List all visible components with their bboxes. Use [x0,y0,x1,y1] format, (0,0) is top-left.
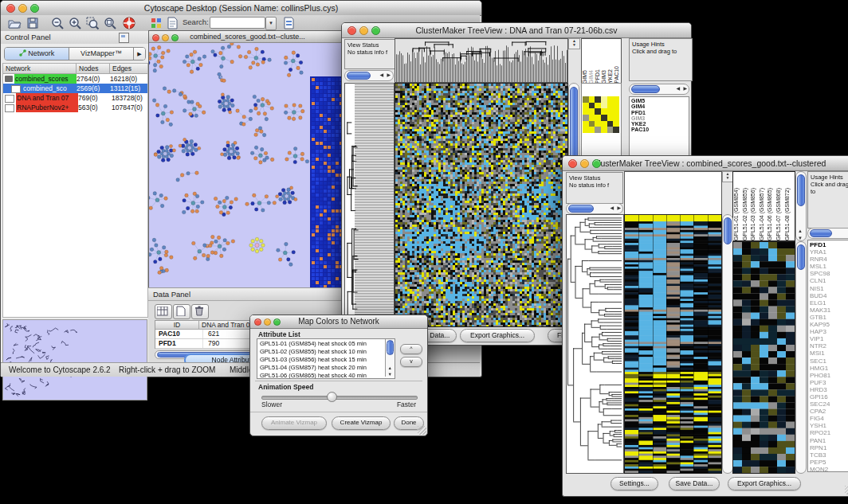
new-attribute-icon[interactable] [173,304,190,319]
column-label[interactable]: GPL51-08 (GSM872) [784,188,793,240]
gene-label[interactable]: PFD1 [810,241,848,248]
treeview1-scroll-corner[interactable]: ▲▼ [568,38,580,49]
scroll-up-icon[interactable]: ▲ [798,229,803,233]
column-label[interactable]: GPL51-01 (GSM854) [733,188,742,240]
tab-overflow-icon[interactable]: ▶ [133,48,145,60]
scroll-right-icon[interactable]: ▶ [387,72,391,77]
column-label[interactable]: YKE2 [607,69,614,84]
treeview2-dendro-hscroll[interactable]: ◀ ▶ [566,203,623,214]
treeview2-vscroll[interactable] [722,214,733,474]
treeview2-collabel-vscroll[interactable]: ▲ ▼ [795,171,807,241]
treeview2-heatmap[interactable] [624,214,722,474]
scroll-right-icon[interactable]: ▶ [683,85,687,91]
network-view-titlebar[interactable]: combined_scores_good.txt--cluste... [149,31,346,43]
treeview2-settings-button[interactable]: Settings... [610,477,658,490]
treeview2-summary-vscroll[interactable] [795,241,807,474]
column-label[interactable]: GPL51-06 (GSM865) [767,188,775,240]
network-canvas[interactable] [149,43,344,288]
resize-grip[interactable] [418,426,426,435]
treeview1-column-dendrogram[interactable] [395,38,568,83]
gene-label[interactable]: NIS1 [810,285,848,292]
close-button[interactable] [568,159,577,168]
gene-label[interactable]: SEC1 [810,357,848,365]
scroll-left-icon[interactable]: ◀ [379,72,383,77]
gene-label[interactable]: RPO21 [810,429,848,436]
main-titlebar[interactable]: Cytoscape Desktop (Session Name: collins… [1,1,481,16]
treeview2-titlebar[interactable]: ClusterMaker TreeView : combined_scores_… [563,156,848,171]
create-vizmap-button[interactable]: Create Vizmap [332,416,391,430]
gene-label[interactable]: MSL1 [810,263,848,270]
zoom-selected-icon[interactable] [85,16,100,30]
tab-vizmapper[interactable]: VizMapper™ [69,48,133,60]
gene-label[interactable]: ELG1 [810,299,848,307]
gene-label[interactable]: HRD3 [810,386,848,393]
scroll-up-icon[interactable]: ▲ [388,365,392,370]
attribute-table-icon[interactable] [155,304,172,319]
gene-label[interactable]: PAN1 [810,437,848,444]
close-button[interactable] [152,34,159,41]
gene-label[interactable]: TCB3 [810,451,848,459]
zoom-button[interactable] [171,34,179,41]
gene-label[interactable]: HMG1 [810,365,848,372]
open-folder-icon[interactable] [7,16,22,30]
gene-label[interactable]: MAK31 [810,307,848,314]
zoom-button[interactable] [592,159,601,168]
col-network[interactable]: Network [3,64,77,74]
gene-label[interactable]: PAC10 [631,127,689,132]
column-label[interactable]: GIM3 [601,70,607,84]
save-icon[interactable] [26,16,40,30]
treeview1-dendro-hscroll[interactable]: ◀ ▶ [344,70,394,81]
scroll-thumb[interactable] [797,244,805,270]
gene-label[interactable]: PFD1 [631,110,689,115]
animation-speed-slider[interactable] [261,396,418,400]
gene-label[interactable]: KAP95 [810,321,848,328]
minimize-button[interactable] [359,26,368,35]
treeview2-column-dendrogram[interactable] [624,171,722,215]
attribute-list-item[interactable]: GPL51-03 (GSM856) heat shock 15 min [260,356,395,364]
gene-label[interactable]: GIM5 [631,98,689,104]
gene-label[interactable]: CLN1 [810,277,848,284]
column-label[interactable]: GIM5 [582,70,588,84]
index-icon[interactable] [281,16,296,30]
gene-label[interactable]: HAP3 [810,328,848,335]
treeview2-labels-hscroll[interactable] [807,228,848,239]
move-down-button[interactable]: v [400,357,422,367]
treeview2-scroll-corner[interactable]: ▲▼ [722,171,733,182]
scroll-thumb[interactable] [387,340,394,355]
tab-network[interactable]: Network [5,48,69,60]
gene-label[interactable]: YSH1 [810,422,848,429]
float-panel-icon[interactable] [119,33,129,43]
gene-label[interactable]: GIM3 [631,115,689,121]
attribute-list-item[interactable]: GPL51-01 (GSM854) heat shock 05 min [260,340,395,348]
zoom-button[interactable] [273,318,281,326]
gene-label[interactable]: PUF3 [810,379,848,386]
treeview1-summary-heatmap[interactable] [583,96,619,133]
scroll-thumb[interactable] [631,85,660,93]
move-up-button[interactable]: ^ [400,344,422,354]
scroll-left-icon[interactable]: ◀ [610,205,614,210]
search-dropdown-icon[interactable]: ▼ [265,17,277,30]
col-nodes[interactable]: Nodes [77,64,110,74]
attribute-list-item[interactable]: GPL51-02 (GSM855) heat shock 10 min [260,348,395,356]
treeview2-summary-heatmap[interactable] [732,241,795,474]
network-table-row[interactable]: RNAPuberNov2+563(0)107847(0) [3,103,147,112]
gene-label[interactable]: RPN1 [810,444,848,451]
slider-thumb[interactable] [327,392,337,402]
gene-label[interactable]: RNR4 [810,256,848,263]
gene-label[interactable]: GPI16 [810,393,848,400]
scroll-thumb[interactable] [724,217,732,244]
col-edges[interactable]: Edges [110,64,147,74]
gene-label[interactable]: PEP5 [810,459,848,466]
col-id[interactable]: ID [155,321,199,330]
column-label[interactable]: GPL51-03 (GSM856) [750,188,759,240]
gene-label[interactable]: CPA2 [810,408,848,415]
gene-label[interactable]: PHO81 [810,372,848,379]
resize-grip[interactable] [845,486,848,494]
network-table-row[interactable]: DNA and Tran 07769(0)183728(0) [3,93,147,103]
search-input[interactable] [210,17,265,29]
gene-label[interactable]: YRA1 [810,248,848,256]
gene-label[interactable]: MSI1 [810,350,848,357]
gene-label[interactable]: MON2 [810,466,848,472]
treeview2-save-data-button[interactable]: Save Data... [669,477,720,490]
gene-label[interactable]: NTR2 [810,342,848,350]
